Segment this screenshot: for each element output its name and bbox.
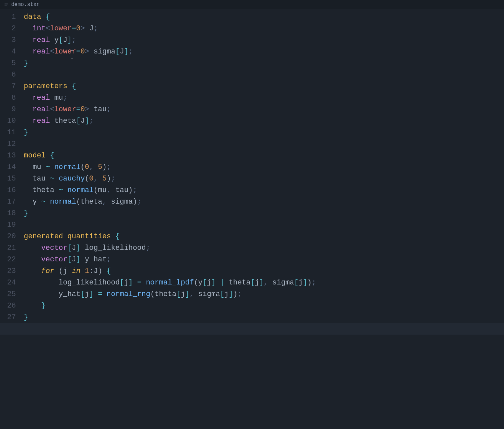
line-number: 11 — [0, 127, 16, 138]
line-number-gutter: 1234567891011121314151617181920212223242… — [0, 11, 24, 335]
code-line[interactable] — [24, 138, 504, 150]
code-line[interactable]: data { — [24, 11, 504, 23]
line-number: 10 — [0, 115, 16, 127]
code-line[interactable]: parameters { — [24, 81, 504, 92]
line-number: 9 — [0, 104, 16, 115]
code-line[interactable]: log_likelihood[j] = normal_lpdf(y[j] | t… — [24, 277, 504, 288]
code-line[interactable]: vector[J] log_likelihood; — [24, 242, 504, 254]
code-line[interactable]: real y[J]; — [24, 34, 504, 46]
code-line[interactable]: model { — [24, 150, 504, 161]
line-number: 24 — [0, 277, 16, 288]
line-number: 6 — [0, 69, 16, 81]
line-number: 12 — [0, 138, 16, 150]
tab-filename[interactable]: demo.stan — [11, 2, 40, 8]
line-number: 13 — [0, 150, 16, 161]
editor-window: demo.stan 123456789101112131415161718192… — [0, 0, 504, 429]
line-number: 4 — [0, 46, 16, 57]
code-line[interactable]: } — [24, 57, 504, 69]
code-line[interactable]: real mu; — [24, 92, 504, 104]
code-line[interactable]: } — [24, 300, 504, 312]
tab-bar: demo.stan — [0, 0, 504, 9]
code-line[interactable]: mu ~ normal(0, 5); — [24, 161, 504, 173]
code-line[interactable] — [0, 323, 504, 335]
line-number: 2 — [0, 23, 16, 34]
line-number: 17 — [0, 196, 16, 208]
code-area[interactable]: data { int<lower=0> J; real y[J]; real<l… — [24, 11, 504, 335]
code-line[interactable]: real<lower=0> tau; — [24, 104, 504, 115]
line-number: 23 — [0, 265, 16, 277]
line-number: 26 — [0, 300, 16, 312]
line-number: 15 — [0, 173, 16, 184]
editor[interactable]: 1234567891011121314151617181920212223242… — [0, 9, 504, 335]
line-number: 20 — [0, 231, 16, 242]
line-number: 16 — [0, 184, 16, 196]
code-line[interactable]: } — [24, 127, 504, 138]
code-line[interactable]: vector[J] y_hat; — [24, 254, 504, 265]
code-line[interactable]: y ~ normal(theta, sigma); — [24, 196, 504, 208]
code-line[interactable]: } — [24, 312, 504, 323]
line-number: 14 — [0, 161, 16, 173]
code-line[interactable]: generated quantities { — [24, 231, 504, 242]
code-line[interactable]: for (j in 1:J) { — [24, 265, 504, 277]
code-line[interactable] — [24, 69, 504, 81]
code-line[interactable]: theta ~ normal(mu, tau); — [24, 184, 504, 196]
code-line[interactable]: real theta[J]; — [24, 115, 504, 127]
line-number: 25 — [0, 288, 16, 300]
text-cursor — [72, 50, 72, 58]
line-number: 21 — [0, 242, 16, 254]
code-line[interactable] — [24, 219, 504, 231]
line-number: 1 — [0, 11, 16, 23]
line-number: 8 — [0, 92, 16, 104]
line-number: 27 — [0, 312, 16, 323]
line-number: 19 — [0, 219, 16, 231]
line-number: 5 — [0, 57, 16, 69]
code-line[interactable]: int<lower=0> J; — [24, 23, 504, 34]
code-line[interactable]: y_hat[j] = normal_rng(theta[j], sigma[j]… — [24, 288, 504, 300]
line-number: 3 — [0, 34, 16, 46]
file-icon — [4, 2, 9, 7]
code-line[interactable]: tau ~ cauchy(0, 5); — [24, 173, 504, 184]
line-number: 7 — [0, 81, 16, 92]
code-line[interactable]: real<lower=0> sigma[J]; — [24, 46, 504, 57]
code-line[interactable]: } — [24, 208, 504, 219]
line-number: 22 — [0, 254, 16, 265]
line-number: 18 — [0, 208, 16, 219]
